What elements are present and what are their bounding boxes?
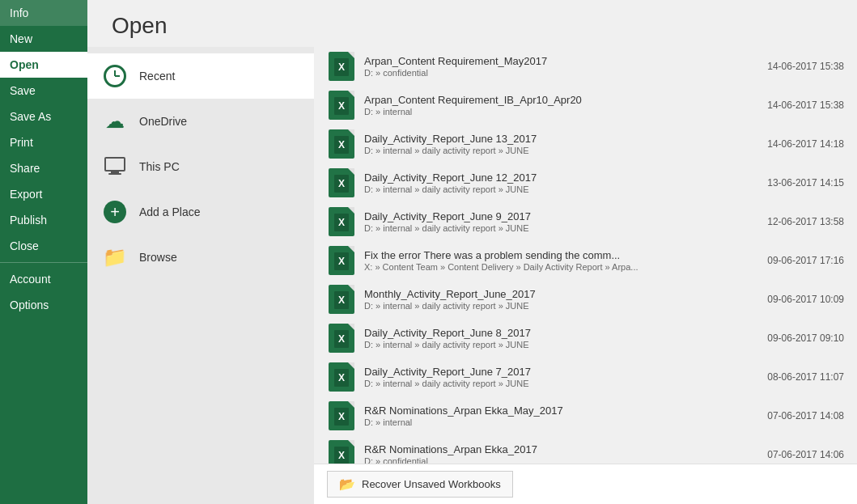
file-date: 09-06-2017 10:09 bbox=[751, 294, 844, 305]
svg-rect-0 bbox=[105, 158, 125, 171]
sidebar-item-save[interactable]: Save bbox=[0, 78, 87, 104]
file-name: Daily_Activity_Report_June 13_2017 bbox=[364, 133, 741, 145]
location-add-place[interactable]: + Add a Place bbox=[87, 189, 314, 235]
sidebar-divider bbox=[0, 262, 87, 263]
location-add-place-label: Add a Place bbox=[139, 205, 201, 218]
file-name: Daily_Activity_Report_June 8_2017 bbox=[364, 327, 741, 339]
sidebar-item-print[interactable]: Print bbox=[0, 129, 87, 155]
file-item[interactable]: X R&R Nominations_Arpan Ekka_May_2017 D:… bbox=[314, 396, 857, 435]
file-item[interactable]: X Arpan_Content Requirement_IB_Apr10_Apr… bbox=[314, 86, 857, 125]
file-info: Arpan_Content Requirement_IB_Apr10_Apr20… bbox=[364, 94, 741, 116]
sidebar-item-share[interactable]: Share bbox=[0, 155, 87, 181]
file-date: 07-06-2017 14:08 bbox=[751, 410, 844, 421]
file-info: Daily_Activity_Report_June 12_2017 D: » … bbox=[364, 172, 741, 194]
excel-file-icon: X bbox=[327, 324, 356, 353]
excel-file-icon: X bbox=[327, 168, 356, 197]
file-date: 14-06-2017 15:38 bbox=[751, 61, 844, 72]
sidebar-item-info[interactable]: Info bbox=[0, 0, 87, 26]
file-path: D: » internal » daily activity report » … bbox=[364, 301, 741, 311]
add-place-icon: + bbox=[100, 197, 129, 227]
file-info: Monthly_Activity_Report_June_2017 D: » i… bbox=[364, 288, 741, 311]
panel-area: Recent ☁ OneDrive This PC bbox=[87, 47, 857, 504]
location-browse-label: Browse bbox=[139, 251, 177, 264]
sidebar-item-account[interactable]: Account bbox=[0, 266, 87, 292]
file-info: R&R Nominations_Arpan Ekka_May_2017 D: »… bbox=[364, 404, 741, 427]
file-date: 09-06-2017 17:16 bbox=[751, 255, 844, 266]
sidebar-item-new[interactable]: New bbox=[0, 26, 87, 52]
file-item[interactable]: X Monthly_Activity_Report_June_2017 D: »… bbox=[314, 280, 857, 319]
file-item[interactable]: X R&R Nominations_Arpan Ekka_2017 D: » c… bbox=[314, 435, 857, 464]
file-item[interactable]: X Daily_Activity_Report_June 7_2017 D: »… bbox=[314, 358, 857, 396]
file-name: R&R Nominations_Arpan Ekka_2017 bbox=[364, 443, 741, 455]
excel-file-icon: X bbox=[327, 362, 356, 392]
location-recent[interactable]: Recent bbox=[87, 53, 314, 99]
excel-file-icon: X bbox=[327, 91, 356, 120]
file-name: R&R Nominations_Arpan Ekka_May_2017 bbox=[364, 404, 741, 417]
excel-file-icon: X bbox=[327, 207, 356, 236]
file-path: D: » internal » daily activity report » … bbox=[364, 146, 741, 155]
excel-file-icon: X bbox=[327, 401, 356, 430]
location-browse[interactable]: 📁 Browse bbox=[87, 235, 314, 280]
excel-file-icon: X bbox=[327, 246, 356, 275]
file-path: D: » internal bbox=[364, 107, 741, 116]
file-name: Monthly_Activity_Report_June_2017 bbox=[364, 288, 741, 300]
file-info: R&R Nominations_Arpan Ekka_2017 D: » con… bbox=[364, 443, 741, 464]
location-recent-label: Recent bbox=[139, 70, 175, 83]
location-this-pc[interactable]: This PC bbox=[87, 144, 314, 189]
file-date: 14-06-2017 15:38 bbox=[751, 100, 844, 111]
file-name: Arpan_Content Requirement_May2017 bbox=[364, 55, 741, 67]
pc-icon bbox=[100, 152, 129, 181]
file-date: 07-06-2017 14:06 bbox=[751, 449, 844, 460]
file-date: 08-06-2017 11:07 bbox=[751, 371, 844, 383]
folder-icon: 📁 bbox=[100, 243, 129, 272]
sidebar-item-save-as[interactable]: Save As bbox=[0, 104, 87, 129]
file-info: Arpan_Content Requirement_May2017 D: » c… bbox=[364, 55, 741, 78]
location-onedrive-label: OneDrive bbox=[139, 115, 187, 128]
file-date: 13-06-2017 14:15 bbox=[751, 177, 844, 188]
file-date: 09-06-2017 09:10 bbox=[751, 332, 844, 344]
file-info: Daily_Activity_Report_June 8_2017 D: » i… bbox=[364, 327, 741, 349]
file-path: D: » internal » daily activity report » … bbox=[364, 184, 741, 194]
sidebar-item-export[interactable]: Export bbox=[0, 181, 87, 207]
page-title: Open bbox=[87, 0, 857, 47]
file-info: Fix the error There was a problem sendin… bbox=[364, 249, 741, 272]
right-panel: X Arpan_Content Requirement_May2017 D: »… bbox=[314, 47, 857, 504]
file-name: Daily_Activity_Report_June 12_2017 bbox=[364, 172, 741, 184]
sidebar-item-options[interactable]: Options bbox=[0, 292, 87, 318]
file-item[interactable]: X Daily_Activity_Report_June 12_2017 D: … bbox=[314, 163, 857, 202]
excel-file-icon: X bbox=[327, 285, 356, 314]
location-panel: Recent ☁ OneDrive This PC bbox=[87, 47, 314, 504]
file-item[interactable]: X Daily_Activity_Report_June 8_2017 D: »… bbox=[314, 319, 857, 358]
clock-icon bbox=[100, 61, 129, 91]
file-name: Daily_Activity_Report_June 7_2017 bbox=[364, 366, 741, 378]
file-item[interactable]: X Arpan_Content Requirement_May2017 D: »… bbox=[314, 47, 857, 86]
file-name: Fix the error There was a problem sendin… bbox=[364, 249, 741, 261]
file-date: 14-06-2017 14:18 bbox=[751, 138, 844, 150]
file-name: Arpan_Content Requirement_IB_Apr10_Apr20 bbox=[364, 94, 741, 106]
excel-file-icon: X bbox=[327, 52, 356, 81]
file-name: Daily_Activity_Report_June 9_2017 bbox=[364, 210, 741, 222]
file-info: Daily_Activity_Report_June 9_2017 D: » i… bbox=[364, 210, 741, 233]
main-content: Open Recent ☁ OneDrive bbox=[87, 0, 857, 504]
file-item[interactable]: X Daily_Activity_Report_June 13_2017 D: … bbox=[314, 125, 857, 163]
location-this-pc-label: This PC bbox=[139, 160, 180, 173]
file-path: D: » confidential bbox=[364, 68, 741, 78]
cloud-icon: ☁ bbox=[100, 107, 129, 136]
file-path: X: » Content Team » Content Delivery » D… bbox=[364, 262, 741, 272]
sidebar-item-open[interactable]: Open bbox=[0, 52, 87, 78]
svg-rect-2 bbox=[108, 173, 121, 175]
recover-area: 📂 Recover Unsaved Workbooks bbox=[314, 464, 857, 504]
excel-file-icon: X bbox=[327, 129, 356, 159]
sidebar-item-publish[interactable]: Publish bbox=[0, 207, 87, 233]
file-path: D: » internal bbox=[364, 417, 741, 427]
file-item[interactable]: X Fix the error There was a problem send… bbox=[314, 241, 857, 280]
sidebar: Info New Open Save Save As Print Share E… bbox=[0, 0, 87, 504]
location-onedrive[interactable]: ☁ OneDrive bbox=[87, 99, 314, 144]
file-path: D: » internal » daily activity report » … bbox=[364, 379, 741, 388]
file-item[interactable]: X Daily_Activity_Report_June 9_2017 D: »… bbox=[314, 202, 857, 241]
file-info: Daily_Activity_Report_June 7_2017 D: » i… bbox=[364, 366, 741, 388]
file-path: D: » confidential bbox=[364, 456, 741, 464]
file-path: D: » internal » daily activity report » … bbox=[364, 340, 741, 349]
sidebar-item-close[interactable]: Close bbox=[0, 233, 87, 259]
recover-unsaved-button[interactable]: 📂 Recover Unsaved Workbooks bbox=[327, 471, 513, 498]
